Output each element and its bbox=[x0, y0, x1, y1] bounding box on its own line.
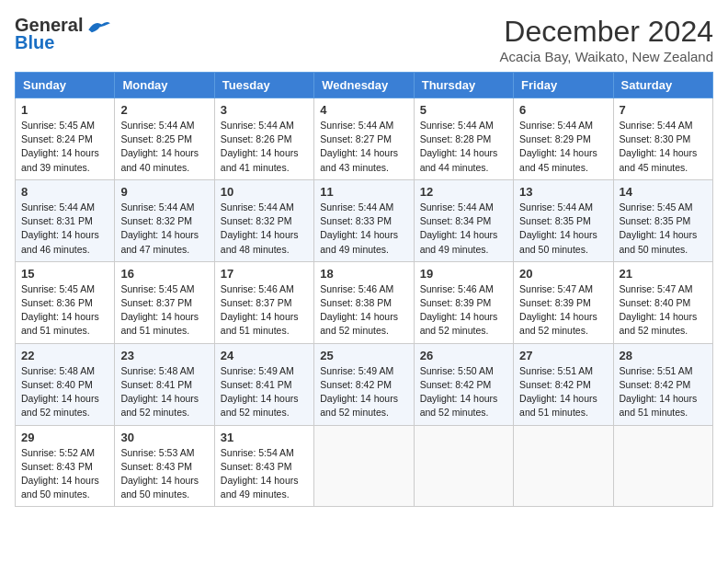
calendar-cell: 17Sunrise: 5:46 AM Sunset: 8:37 PM Dayli… bbox=[214, 261, 313, 343]
day-number: 15 bbox=[21, 267, 108, 281]
day-info: Sunrise: 5:47 AM Sunset: 8:39 PM Dayligh… bbox=[519, 282, 607, 339]
day-number: 30 bbox=[120, 431, 208, 444]
calendar-cell: 21Sunrise: 5:47 AM Sunset: 8:40 PM Dayli… bbox=[613, 261, 712, 343]
calendar-cell bbox=[414, 425, 513, 507]
day-info: Sunrise: 5:51 AM Sunset: 8:42 PM Dayligh… bbox=[519, 364, 607, 420]
week-row-2: 8Sunrise: 5:44 AM Sunset: 8:31 PM Daylig… bbox=[16, 179, 713, 261]
calendar-cell: 1Sunrise: 5:45 AM Sunset: 8:24 PM Daylig… bbox=[16, 98, 115, 180]
day-number: 3 bbox=[221, 103, 308, 117]
day-info: Sunrise: 5:44 AM Sunset: 8:29 PM Dayligh… bbox=[519, 119, 607, 175]
day-number: 19 bbox=[420, 267, 507, 281]
day-number: 21 bbox=[620, 267, 707, 281]
day-header-thursday: Thursday bbox=[414, 73, 513, 98]
day-info: Sunrise: 5:45 AM Sunset: 8:35 PM Dayligh… bbox=[620, 201, 707, 257]
calendar-cell: 11Sunrise: 5:44 AM Sunset: 8:33 PM Dayli… bbox=[314, 179, 414, 261]
calendar-cell: 29Sunrise: 5:52 AM Sunset: 8:43 PM Dayli… bbox=[16, 425, 115, 507]
calendar-cell: 26Sunrise: 5:50 AM Sunset: 8:42 PM Dayli… bbox=[414, 343, 513, 425]
calendar-cell: 24Sunrise: 5:49 AM Sunset: 8:41 PM Dayli… bbox=[214, 343, 313, 425]
day-number: 11 bbox=[320, 185, 407, 199]
location: Acacia Bay, Waikato, New Zealand bbox=[499, 49, 713, 64]
calendar-cell: 7Sunrise: 5:44 AM Sunset: 8:30 PM Daylig… bbox=[613, 98, 712, 180]
calendar-cell: 30Sunrise: 5:53 AM Sunset: 8:43 PM Dayli… bbox=[115, 425, 214, 507]
calendar-header-row: SundayMondayTuesdayWednesdayThursdayFrid… bbox=[16, 73, 713, 98]
day-info: Sunrise: 5:44 AM Sunset: 8:31 PM Dayligh… bbox=[21, 201, 108, 257]
day-info: Sunrise: 5:44 AM Sunset: 8:35 PM Dayligh… bbox=[519, 201, 607, 257]
calendar-cell: 22Sunrise: 5:48 AM Sunset: 8:40 PM Dayli… bbox=[16, 343, 115, 425]
day-info: Sunrise: 5:50 AM Sunset: 8:42 PM Dayligh… bbox=[420, 364, 507, 420]
day-info: Sunrise: 5:51 AM Sunset: 8:42 PM Dayligh… bbox=[620, 364, 707, 420]
day-number: 22 bbox=[21, 349, 108, 362]
day-number: 8 bbox=[21, 185, 108, 199]
day-info: Sunrise: 5:46 AM Sunset: 8:38 PM Dayligh… bbox=[320, 282, 407, 339]
day-info: Sunrise: 5:44 AM Sunset: 8:27 PM Dayligh… bbox=[320, 119, 407, 175]
day-info: Sunrise: 5:44 AM Sunset: 8:25 PM Dayligh… bbox=[120, 119, 208, 175]
day-info: Sunrise: 5:49 AM Sunset: 8:42 PM Dayligh… bbox=[320, 364, 407, 420]
calendar-cell: 18Sunrise: 5:46 AM Sunset: 8:38 PM Dayli… bbox=[314, 261, 414, 343]
logo-bird-icon bbox=[85, 17, 112, 35]
day-info: Sunrise: 5:49 AM Sunset: 8:41 PM Dayligh… bbox=[221, 364, 308, 420]
calendar-cell: 12Sunrise: 5:44 AM Sunset: 8:34 PM Dayli… bbox=[414, 179, 513, 261]
calendar-cell: 20Sunrise: 5:47 AM Sunset: 8:39 PM Dayli… bbox=[514, 261, 613, 343]
calendar-cell: 6Sunrise: 5:44 AM Sunset: 8:29 PM Daylig… bbox=[514, 98, 613, 180]
logo-blue-text: Blue bbox=[15, 32, 54, 53]
day-number: 17 bbox=[221, 267, 308, 281]
calendar-cell: 31Sunrise: 5:54 AM Sunset: 8:43 PM Dayli… bbox=[214, 425, 313, 507]
calendar-cell: 28Sunrise: 5:51 AM Sunset: 8:42 PM Dayli… bbox=[613, 343, 712, 425]
day-header-tuesday: Tuesday bbox=[214, 73, 313, 98]
day-info: Sunrise: 5:54 AM Sunset: 8:43 PM Dayligh… bbox=[221, 446, 308, 502]
day-info: Sunrise: 5:44 AM Sunset: 8:34 PM Dayligh… bbox=[420, 201, 507, 257]
day-number: 16 bbox=[120, 267, 208, 281]
calendar-cell: 25Sunrise: 5:49 AM Sunset: 8:42 PM Dayli… bbox=[314, 343, 414, 425]
calendar-cell: 23Sunrise: 5:48 AM Sunset: 8:41 PM Dayli… bbox=[115, 343, 214, 425]
day-header-sunday: Sunday bbox=[16, 73, 115, 98]
calendar-cell: 2Sunrise: 5:44 AM Sunset: 8:25 PM Daylig… bbox=[115, 98, 214, 180]
day-info: Sunrise: 5:48 AM Sunset: 8:41 PM Dayligh… bbox=[120, 364, 208, 420]
calendar-cell: 4Sunrise: 5:44 AM Sunset: 8:27 PM Daylig… bbox=[314, 98, 414, 180]
day-info: Sunrise: 5:47 AM Sunset: 8:40 PM Dayligh… bbox=[620, 282, 707, 339]
calendar-cell: 10Sunrise: 5:44 AM Sunset: 8:32 PM Dayli… bbox=[214, 179, 313, 261]
calendar-cell bbox=[314, 425, 414, 507]
calendar-cell: 13Sunrise: 5:44 AM Sunset: 8:35 PM Dayli… bbox=[514, 179, 613, 261]
day-number: 14 bbox=[620, 185, 707, 199]
title-section: December 2024 Acacia Bay, Waikato, New Z… bbox=[499, 15, 713, 64]
logo: General Blue bbox=[15, 15, 112, 53]
calendar-table: SundayMondayTuesdayWednesdayThursdayFrid… bbox=[15, 72, 713, 507]
day-number: 27 bbox=[519, 349, 607, 362]
day-header-friday: Friday bbox=[514, 73, 613, 98]
day-info: Sunrise: 5:44 AM Sunset: 8:28 PM Dayligh… bbox=[420, 119, 507, 175]
day-info: Sunrise: 5:44 AM Sunset: 8:33 PM Dayligh… bbox=[320, 201, 407, 257]
day-header-monday: Monday bbox=[115, 73, 214, 98]
calendar-cell: 19Sunrise: 5:46 AM Sunset: 8:39 PM Dayli… bbox=[414, 261, 513, 343]
day-info: Sunrise: 5:46 AM Sunset: 8:37 PM Dayligh… bbox=[221, 282, 308, 339]
day-info: Sunrise: 5:44 AM Sunset: 8:32 PM Dayligh… bbox=[120, 201, 208, 257]
day-number: 4 bbox=[320, 103, 407, 117]
day-header-wednesday: Wednesday bbox=[314, 73, 414, 98]
week-row-4: 22Sunrise: 5:48 AM Sunset: 8:40 PM Dayli… bbox=[16, 343, 713, 425]
day-number: 1 bbox=[21, 103, 108, 117]
day-number: 31 bbox=[221, 431, 308, 444]
day-number: 29 bbox=[21, 431, 108, 444]
calendar-cell bbox=[514, 425, 613, 507]
day-number: 6 bbox=[519, 103, 607, 117]
day-header-saturday: Saturday bbox=[613, 73, 712, 98]
day-info: Sunrise: 5:44 AM Sunset: 8:26 PM Dayligh… bbox=[221, 119, 308, 175]
day-number: 13 bbox=[519, 185, 607, 199]
day-info: Sunrise: 5:46 AM Sunset: 8:39 PM Dayligh… bbox=[420, 282, 507, 339]
day-number: 24 bbox=[221, 349, 308, 362]
day-number: 5 bbox=[420, 103, 507, 117]
day-number: 20 bbox=[519, 267, 607, 281]
calendar-cell: 8Sunrise: 5:44 AM Sunset: 8:31 PM Daylig… bbox=[16, 179, 115, 261]
day-number: 26 bbox=[420, 349, 507, 362]
page-header: General Blue December 2024 Acacia Bay, W… bbox=[15, 15, 713, 64]
day-info: Sunrise: 5:52 AM Sunset: 8:43 PM Dayligh… bbox=[21, 446, 108, 502]
day-number: 2 bbox=[120, 103, 208, 117]
calendar-cell: 9Sunrise: 5:44 AM Sunset: 8:32 PM Daylig… bbox=[115, 179, 214, 261]
day-number: 9 bbox=[120, 185, 208, 199]
day-number: 12 bbox=[420, 185, 507, 199]
month-title: December 2024 bbox=[499, 15, 713, 49]
day-info: Sunrise: 5:45 AM Sunset: 8:24 PM Dayligh… bbox=[21, 119, 108, 175]
day-info: Sunrise: 5:44 AM Sunset: 8:32 PM Dayligh… bbox=[221, 201, 308, 257]
day-number: 10 bbox=[221, 185, 308, 199]
calendar-cell: 15Sunrise: 5:45 AM Sunset: 8:36 PM Dayli… bbox=[16, 261, 115, 343]
day-number: 23 bbox=[120, 349, 208, 362]
